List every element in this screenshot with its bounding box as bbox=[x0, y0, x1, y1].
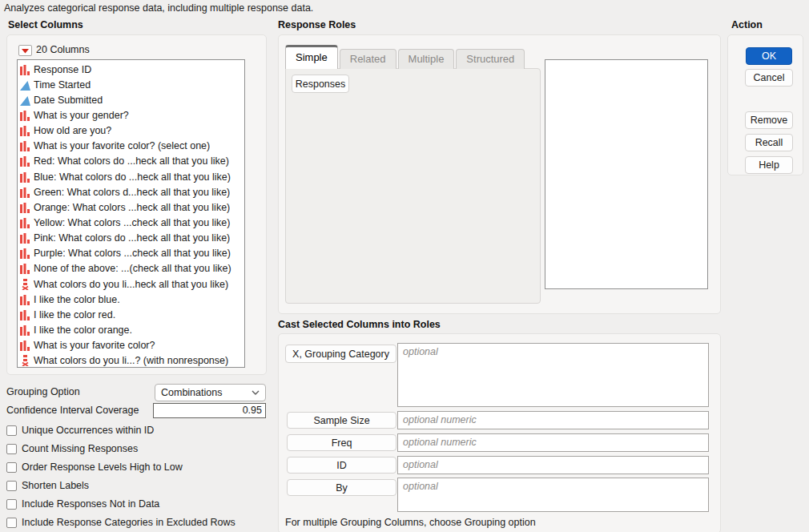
cast-roles-panel: X, Grouping Category optional Sample Siz… bbox=[278, 333, 721, 532]
by-placeholder: optional bbox=[403, 481, 438, 492]
recall-button[interactable]: Recall bbox=[745, 134, 793, 151]
column-label: Yellow: What colors ...check all that yo… bbox=[34, 217, 230, 228]
column-label: Green: What colors d...heck all that you… bbox=[34, 187, 230, 198]
column-list-item[interactable]: How old are you? bbox=[19, 123, 244, 139]
option-checkbox-row[interactable]: Include Responses Not in Data bbox=[6, 498, 159, 510]
id-dropzone[interactable]: optional bbox=[397, 456, 709, 474]
chevron-down-icon bbox=[252, 390, 260, 395]
column-list-item[interactable]: None of the above: ...(check all that yo… bbox=[19, 261, 244, 276]
option-checkbox-row[interactable]: Count Missing Responses bbox=[6, 443, 138, 454]
id-button[interactable]: ID bbox=[287, 457, 396, 474]
nominal-bars-icon bbox=[19, 125, 30, 136]
column-label: Date Submitted bbox=[34, 95, 103, 106]
column-label: Orange: What colors ...heck all that you… bbox=[34, 202, 230, 213]
column-list-item[interactable]: What colors do you li...heck all that yo… bbox=[19, 276, 244, 292]
grouping-option-label: Grouping Option bbox=[6, 386, 80, 397]
column-label: Blue: What colors do ...heck all that yo… bbox=[34, 171, 231, 183]
column-list-item[interactable]: What is your gender? bbox=[19, 107, 244, 123]
column-list-item[interactable]: I like the color orange. bbox=[19, 322, 244, 337]
checkbox-label: Unique Occurrences within ID bbox=[22, 425, 154, 436]
tab-structured[interactable]: Structured bbox=[456, 49, 525, 69]
option-checkbox-row[interactable]: Include Response Categories in Excluded … bbox=[6, 517, 235, 528]
column-list-item[interactable]: Purple: What colors ...check all that yo… bbox=[19, 246, 244, 261]
by-dropzone[interactable]: optional bbox=[397, 478, 709, 512]
x-grouping-category-button[interactable]: X, Grouping Category bbox=[285, 345, 396, 363]
column-label: None of the above: ...(check all that yo… bbox=[34, 263, 231, 274]
cancel-button[interactable]: Cancel bbox=[745, 69, 793, 87]
column-list-item[interactable]: Date Submitted bbox=[19, 92, 244, 107]
column-count-label: 20 Columns bbox=[36, 44, 90, 55]
column-list-item[interactable]: Pink: What colors do ...heck all that yo… bbox=[19, 231, 244, 246]
nominal-bars-icon bbox=[19, 64, 30, 75]
checkbox-unchecked-icon[interactable] bbox=[6, 444, 17, 454]
nominal-bars-icon bbox=[19, 140, 30, 151]
grouping-option-select[interactable]: Combinations bbox=[155, 384, 266, 401]
sample-size-dropzone[interactable]: optional numeric bbox=[397, 411, 709, 429]
nominal-bars-icon bbox=[19, 324, 30, 336]
tab-multiple[interactable]: Multiple bbox=[398, 49, 455, 69]
nominal-bars-icon bbox=[19, 171, 30, 183]
x-grouping-category-placeholder: optional bbox=[403, 346, 438, 357]
nominal-bars-icon bbox=[19, 309, 30, 320]
nominal-bars-icon bbox=[19, 294, 30, 305]
column-list-item[interactable]: Yellow: What colors ...check all that yo… bbox=[19, 215, 244, 230]
nominal-bars-icon bbox=[19, 232, 30, 244]
column-label: Pink: What colors do ...heck all that yo… bbox=[34, 232, 230, 244]
remove-button[interactable]: Remove bbox=[745, 111, 793, 129]
column-list-item[interactable]: Orange: What colors ...heck all that you… bbox=[19, 200, 244, 215]
column-list-item[interactable]: Blue: What colors do ...heck all that yo… bbox=[19, 169, 244, 184]
column-list-item[interactable]: I like the color red. bbox=[19, 307, 244, 322]
option-checkbox-row[interactable]: Order Response Levels High to Low bbox=[6, 461, 183, 473]
option-checkbox-row[interactable]: Unique Occurrences within ID bbox=[6, 425, 154, 436]
x-grouping-category-dropzone[interactable]: optional bbox=[397, 343, 709, 407]
freq-button[interactable]: Freq bbox=[287, 434, 396, 451]
option-checkbox-row[interactable]: Shorten Labels bbox=[6, 480, 89, 491]
checkbox-unchecked-icon[interactable] bbox=[6, 518, 17, 528]
column-list[interactable]: Response IDTime StartedDate SubmittedWha… bbox=[17, 59, 245, 368]
column-label: Time Started bbox=[34, 79, 91, 91]
column-list-item[interactable]: What colors do you li...? (with nonrespo… bbox=[19, 353, 244, 368]
column-label: What colors do you li...? (with nonrespo… bbox=[34, 355, 228, 366]
checkbox-unchecked-icon[interactable] bbox=[6, 462, 17, 473]
red-triangle-dropdown-icon[interactable] bbox=[18, 45, 32, 56]
column-list-item[interactable]: Time Started bbox=[19, 77, 244, 92]
action-title: Action bbox=[731, 19, 763, 30]
column-label: I like the color blue. bbox=[34, 294, 120, 305]
nominal-bars-icon bbox=[19, 248, 30, 259]
dialog-description: Analyzes categorical response data, incl… bbox=[4, 2, 313, 14]
tab-simple[interactable]: Simple bbox=[285, 45, 338, 69]
column-list-item[interactable]: Response ID bbox=[19, 62, 244, 77]
checkbox-unchecked-icon[interactable] bbox=[6, 425, 17, 436]
checkbox-unchecked-icon[interactable] bbox=[6, 499, 17, 510]
response-roles-title: Response Roles bbox=[278, 19, 356, 30]
nominal-bars-icon bbox=[19, 155, 30, 167]
column-list-item[interactable]: What is your favorite color? (select one… bbox=[19, 139, 244, 154]
column-list-item[interactable]: Green: What colors d...heck all that you… bbox=[19, 184, 244, 200]
column-label: Response ID bbox=[34, 64, 91, 75]
tab-related[interactable]: Related bbox=[340, 49, 396, 69]
continuous-triangle-icon bbox=[19, 95, 30, 106]
categorical-launch-dialog: Analyzes categorical response data, incl… bbox=[0, 0, 809, 532]
continuous-triangle-icon bbox=[19, 79, 30, 91]
responses-button[interactable]: Responses bbox=[292, 75, 349, 93]
column-label: What colors do you li...heck all that yo… bbox=[34, 279, 228, 290]
ok-button[interactable]: OK bbox=[746, 47, 792, 65]
column-label: Purple: What colors ...check all that yo… bbox=[34, 248, 231, 259]
column-list-item[interactable]: What is your favorite color? bbox=[19, 338, 244, 353]
response-roles-listbox[interactable] bbox=[545, 59, 708, 289]
sample-size-button[interactable]: Sample Size bbox=[287, 412, 396, 429]
column-label: I like the color red. bbox=[34, 309, 115, 320]
confidence-interval-field[interactable]: 0.95 bbox=[153, 403, 266, 418]
grouping-option-value: Combinations bbox=[161, 387, 222, 398]
response-roles-tabbar: SimpleRelatedMultipleStructured bbox=[285, 46, 526, 69]
nominal-bars-icon bbox=[19, 217, 30, 228]
column-label: What is your favorite color? bbox=[34, 340, 155, 351]
multiple-response-icon bbox=[19, 279, 30, 290]
by-button[interactable]: By bbox=[287, 479, 396, 496]
freq-dropzone[interactable]: optional numeric bbox=[397, 433, 709, 452]
column-label: I like the color orange. bbox=[34, 324, 132, 336]
help-button[interactable]: Help bbox=[745, 156, 793, 174]
column-list-item[interactable]: I like the color blue. bbox=[19, 292, 244, 307]
column-list-item[interactable]: Red: What colors do ...heck all that you… bbox=[19, 154, 244, 169]
checkbox-unchecked-icon[interactable] bbox=[6, 481, 17, 491]
